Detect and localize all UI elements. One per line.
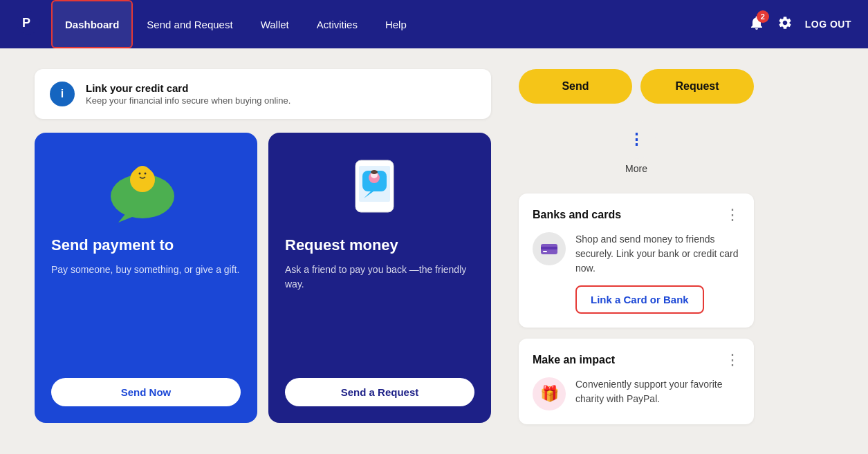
send-card-desc: Pay someone, buy something, or give a gi…: [51, 263, 239, 361]
request-card: Request money Ask a friend to pay you ba…: [268, 133, 491, 423]
impact-section: Make an impact ⋮ 🎁 Conveniently support …: [519, 339, 754, 424]
svg-marker-3: [118, 214, 139, 223]
banks-icon: [533, 232, 566, 265]
cards-row: Send payment to Pay someone, buy somethi…: [35, 133, 491, 423]
impact-menu-icon[interactable]: ⋮: [725, 352, 740, 368]
svg-point-5: [134, 166, 151, 182]
impact-icon: 🎁: [533, 377, 566, 410]
svg-text:P: P: [22, 16, 30, 30]
banner-text: Link your credit card Keep your financia…: [86, 82, 290, 106]
svg-rect-16: [541, 247, 557, 249]
banks-desc: Shop and send money to friends securely.…: [575, 232, 740, 276]
banks-section: Banks and cards ⋮ Shop and send money to…: [519, 193, 754, 328]
svg-point-7: [145, 173, 147, 175]
nav-item-help[interactable]: Help: [371, 0, 421, 48]
impact-title: Make an impact: [533, 354, 615, 366]
banner-subtitle: Keep your financial info secure when buy…: [86, 95, 290, 106]
nav-item-activities[interactable]: Activities: [303, 0, 371, 48]
navbar: P Dashboard Send and Request Wallet Acti…: [0, 0, 868, 48]
send-card-title: Send payment to: [51, 236, 174, 254]
banks-title: Banks and cards: [533, 209, 621, 221]
more-label: More: [625, 163, 647, 174]
left-panel: i Link your credit card Keep your financ…: [35, 69, 491, 424]
link-card-bank-button[interactable]: Link a Card or Bank: [575, 285, 704, 314]
impact-desc: Conveniently support your favorite chari…: [575, 377, 740, 406]
logout-button[interactable]: LOG OUT: [805, 19, 851, 30]
svg-rect-17: [543, 251, 547, 252]
paypal-logo: P: [17, 11, 40, 37]
banner-title: Link your credit card: [86, 82, 290, 94]
nav-item-wallet[interactable]: Wallet: [247, 0, 303, 48]
banks-menu-icon[interactable]: ⋮: [725, 207, 740, 223]
banks-header: Banks and cards ⋮: [533, 207, 740, 223]
send-request-button[interactable]: Send a Request: [285, 378, 474, 406]
send-illustration: [51, 153, 241, 223]
send-card: Send payment to Pay someone, buy somethi…: [35, 133, 257, 423]
notification-bell-wrap[interactable]: 2: [748, 15, 765, 34]
request-illustration: [285, 153, 474, 223]
request-card-desc: Ask a friend to pay you back —the friend…: [285, 263, 474, 361]
notification-badge: 2: [757, 10, 769, 23]
nav-item-dashboard[interactable]: Dashboard: [51, 0, 133, 48]
banks-body: Shop and send money to friends securely.…: [533, 232, 740, 314]
svg-point-6: [139, 173, 141, 175]
nav-item-send[interactable]: Send and Request: [133, 0, 246, 48]
more-circle[interactable]: ⋮: [617, 120, 656, 159]
nav-right: 2 LOG OUT: [748, 15, 851, 34]
action-buttons: Send Request: [519, 69, 754, 104]
settings-icon[interactable]: [777, 15, 793, 33]
nav-items: Dashboard Send and Request Wallet Activi…: [51, 0, 748, 48]
impact-body: 🎁 Conveniently support your favorite cha…: [533, 377, 740, 410]
impact-header: Make an impact ⋮: [533, 352, 740, 368]
svg-point-14: [371, 170, 378, 174]
send-button[interactable]: Send: [519, 69, 632, 104]
request-card-title: Request money: [285, 236, 398, 254]
info-banner: i Link your credit card Keep your financ…: [35, 69, 491, 119]
right-panel: Send Request ⋮ More Banks and cards ⋮: [519, 69, 754, 424]
request-button[interactable]: Request: [640, 69, 754, 104]
info-icon: i: [50, 82, 75, 106]
more-section: ⋮ More: [519, 120, 754, 174]
send-now-button[interactable]: Send Now: [51, 378, 241, 406]
